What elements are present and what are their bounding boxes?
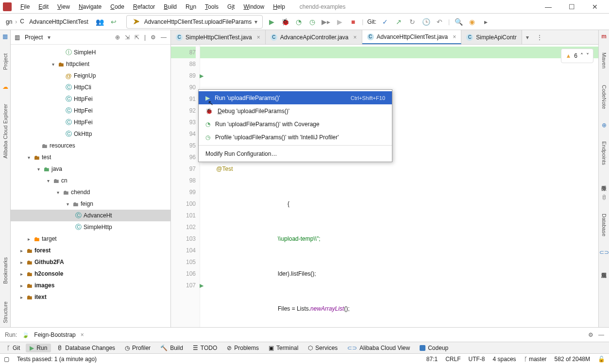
hide-icon[interactable]: — xyxy=(598,331,604,338)
git-rollback-icon[interactable]: ↶ xyxy=(435,17,444,27)
git-update-icon[interactable]: ✓ xyxy=(380,17,390,27)
chevron-right-icon[interactable]: ▸ xyxy=(18,248,25,253)
chevron-down-icon[interactable]: ▾ xyxy=(35,166,42,172)
menu-code[interactable]: Code xyxy=(106,2,128,12)
code-content[interactable]: ▲6˄˅ 👤 chendd @Test { \\upload-temp\\"; xyxy=(200,45,598,327)
status-encoding[interactable]: UTF-8 xyxy=(469,356,485,363)
menu-run[interactable]: Run xyxy=(182,2,200,12)
left-tab-project[interactable]: Project xyxy=(2,50,8,74)
tree-item[interactable]: HttpCli xyxy=(73,84,91,91)
chevron-down-icon[interactable]: ▾ xyxy=(54,190,61,195)
menu-help[interactable]: Help xyxy=(269,2,289,12)
tree-item[interactable]: httpclient xyxy=(65,61,89,67)
back-arrow-icon[interactable]: ↩ xyxy=(109,17,118,27)
endpoints-icon[interactable]: ⊕ xyxy=(602,122,607,129)
maven-icon[interactable]: m xyxy=(601,33,607,40)
coverage-button[interactable]: ◔ xyxy=(294,17,304,27)
minimize-button[interactable]: — xyxy=(541,3,556,11)
tab-advancehttpclienttest[interactable]: CAdvanceHttpClientTest.java× xyxy=(362,30,462,44)
stop-button[interactable]: ■ xyxy=(348,17,358,27)
status-lineending[interactable]: CRLF xyxy=(445,356,460,363)
right-tab-database[interactable]: Database xyxy=(601,210,607,240)
users-icon[interactable]: 👥 xyxy=(95,17,105,27)
tree-item[interactable]: OkHttp xyxy=(73,131,92,137)
chevron-right-icon[interactable]: ▸ xyxy=(18,260,25,265)
menu-git[interactable]: Git xyxy=(223,2,238,12)
tw-db-changes[interactable]: 🛢Database Changes xyxy=(53,344,119,352)
profile-button[interactable]: ◷ xyxy=(307,17,317,27)
menu-file[interactable]: FFileile xyxy=(17,2,34,12)
menu-window[interactable]: Window xyxy=(239,2,268,12)
close-icon[interactable]: × xyxy=(81,331,84,338)
tw-services[interactable]: ⬡Services xyxy=(304,344,341,352)
right-tab-endpoints[interactable]: Endpoints xyxy=(601,137,607,169)
chevron-right-icon[interactable]: ▸ xyxy=(18,283,25,288)
code-area[interactable]: 87 88 89▶ 90 91 92 93 94 95 96 97 98 99 … xyxy=(171,45,598,327)
menu-refactor[interactable]: Refactor xyxy=(129,2,159,12)
chevron-down-icon[interactable]: ▾ xyxy=(45,178,51,183)
tw-run[interactable]: ▶Run xyxy=(26,344,51,352)
menu-debug-test[interactable]: 🐞 Debug 'uploadFileParams()' xyxy=(199,104,392,117)
right-tab-cloud[interactable]: 应用观测器 xyxy=(600,265,608,272)
menu-run-coverage[interactable]: ◔ Run 'uploadFileParams()' with Coverage xyxy=(199,117,392,131)
cloud-tool-icon[interactable]: ☁ xyxy=(2,83,8,90)
tabs-menu-icon[interactable]: ⋮ xyxy=(533,30,546,44)
tab-simpleapicontroller[interactable]: CSimpleApiContr xyxy=(461,30,522,44)
tw-profiler[interactable]: ◷Profiler xyxy=(121,344,154,352)
lock-icon[interactable]: 🔓 xyxy=(598,356,605,363)
menu-modify-run-config[interactable]: Modify Run Configuration… xyxy=(199,147,392,160)
status-branch[interactable]: ᚴ master xyxy=(524,356,547,363)
left-tab-explorer[interactable]: Alibaba Cloud Explorer xyxy=(2,100,8,163)
tree-item[interactable]: Github2FA xyxy=(34,259,64,265)
status-memory[interactable]: 582 of 2048M xyxy=(555,356,590,363)
tab-simplehttpclienttest[interactable]: CSimpleHttpClientTest.java× xyxy=(171,30,266,44)
tw-terminal[interactable]: ▣Terminal xyxy=(265,344,302,352)
chevron-right-icon[interactable]: ▸ xyxy=(18,295,25,300)
hide-icon[interactable]: — xyxy=(161,34,167,41)
right-tab-maven[interactable]: Maven xyxy=(601,49,607,72)
git-commit-icon[interactable]: ↗ xyxy=(394,17,404,27)
play2-button[interactable]: ▶ xyxy=(335,17,344,27)
tab-advanceapicontroller[interactable]: CAdvanceApiController.java× xyxy=(266,30,362,44)
tabs-more-icon[interactable]: ▾ xyxy=(522,30,533,44)
menu-run-profile[interactable]: ◷ Profile 'uploadFileParams()' with 'Int… xyxy=(199,131,392,144)
tree-item[interactable]: feign xyxy=(80,200,93,207)
expand-icon[interactable]: ⇱ xyxy=(135,34,139,41)
status-indent[interactable]: 4 spaces xyxy=(493,356,516,363)
tree-item[interactable]: SimpleH xyxy=(73,49,96,56)
run-button[interactable]: ▶ xyxy=(267,17,276,27)
menu-build[interactable]: Build xyxy=(160,2,181,12)
menu-edit[interactable]: Edit xyxy=(34,2,52,12)
tree-item[interactable]: forest xyxy=(34,247,51,254)
cloud-obs-icon[interactable]: ⊂⊃ xyxy=(599,249,609,256)
status-icon[interactable]: ▢ xyxy=(4,356,9,363)
tree-item[interactable]: HttpFei xyxy=(73,96,93,102)
menu-navigate[interactable]: Navigate xyxy=(75,2,105,12)
right-tab-codenote[interactable]: CodeNote xyxy=(601,81,607,113)
tree-item[interactable]: AdvanceHt xyxy=(83,212,112,219)
chevron-down-icon[interactable]: ˅ xyxy=(586,50,589,62)
tree-item[interactable]: chendd xyxy=(70,189,90,196)
chevron-down-icon[interactable]: ▾ xyxy=(25,155,32,160)
more-icon[interactable]: ▸ xyxy=(481,17,491,27)
close-icon[interactable]: × xyxy=(257,34,260,41)
tw-git[interactable]: ᚴGit xyxy=(3,344,24,352)
menu-tools[interactable]: Tools xyxy=(201,2,222,12)
project-tree[interactable]: ⒾSimpleH ▾🖿httpclient @FeignUp ⒸHttpCli … xyxy=(11,45,170,327)
tree-item[interactable]: java xyxy=(51,165,62,172)
collapse-icon[interactable]: ⇲ xyxy=(125,34,130,41)
maximize-button[interactable]: ☐ xyxy=(564,3,579,11)
database-icon[interactable]: 🛢 xyxy=(601,194,607,201)
status-position[interactable]: 87:1 xyxy=(426,356,438,363)
chevron-down-icon[interactable]: ▾ xyxy=(64,201,71,207)
left-tab-structure[interactable]: Structure xyxy=(2,298,8,327)
attach-button[interactable]: ▶▸ xyxy=(321,17,331,27)
warnings-badge[interactable]: ▲6˄˅ xyxy=(561,49,593,63)
search-icon[interactable]: 🔍 xyxy=(454,17,463,27)
tree-item[interactable]: SimpleHttp xyxy=(83,224,112,231)
menu-view[interactable]: View xyxy=(53,2,74,12)
tree-item[interactable]: images xyxy=(34,282,54,289)
run-config-selector[interactable]: ⮞ AdvanceHttpClientTest.uploadFileParams… xyxy=(126,15,263,29)
close-button[interactable]: ✕ xyxy=(588,3,602,11)
project-view-icon[interactable]: ▥ xyxy=(15,34,20,41)
